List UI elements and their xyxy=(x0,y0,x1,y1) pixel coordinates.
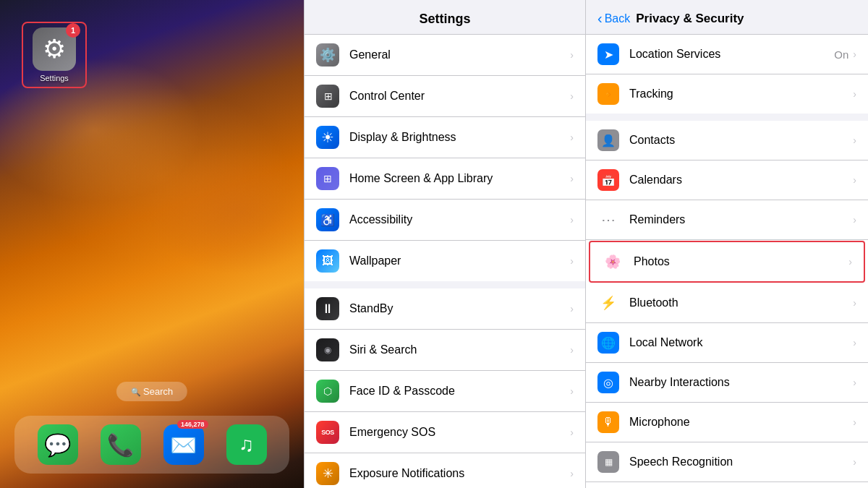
settings-item-display[interactable]: ☀ Display & Brightness › xyxy=(305,117,585,158)
settings-app-icon-container[interactable]: ⚙ 1 Settings xyxy=(22,22,87,88)
dock-phone-icon[interactable]: 📞 xyxy=(101,424,141,465)
settings-panel: Settings ⚙️ General › ⊞ Control Center ›… xyxy=(304,0,586,488)
privacy-title: Privacy & Security xyxy=(636,12,744,26)
nearby-interactions-icon: ◎ xyxy=(597,372,619,393)
display-label: Display & Brightness xyxy=(349,131,570,144)
bluetooth-chevron: › xyxy=(853,297,856,309)
privacy-item-photos[interactable]: 🌸 Photos › xyxy=(589,241,865,283)
privacy-item-local-network[interactable]: 🌐 Local Network › xyxy=(586,323,868,363)
calendars-icon: 📅 xyxy=(597,169,619,191)
tracking-chevron: › xyxy=(853,88,856,100)
settings-section-2: ⏸ StandBy › ◉ Siri & Search › ⬡ Face ID … xyxy=(305,288,585,488)
home-screen-icon: ⊞ xyxy=(316,167,339,190)
dock-spotify-icon[interactable]: ♫ xyxy=(226,424,267,465)
privacy-item-bluetooth[interactable]: ⚡ Bluetooth › xyxy=(586,283,868,323)
messages-icon: 💬 xyxy=(44,432,71,458)
bluetooth-icon: ⚡ xyxy=(597,292,619,314)
back-button[interactable]: ‹ Back xyxy=(597,10,630,27)
privacy-item-reminders[interactable]: ⋯ Reminders › xyxy=(586,200,868,240)
settings-item-general[interactable]: ⚙️ General › xyxy=(305,35,585,76)
reminders-icon: ⋯ xyxy=(597,209,619,231)
settings-item-accessibility[interactable]: ♿ Accessibility › xyxy=(305,200,585,241)
settings-badge: 1 xyxy=(66,23,80,38)
settings-item-home-screen[interactable]: ⊞ Home Screen & App Library › xyxy=(305,158,585,200)
microphone-label: Microphone xyxy=(629,416,853,429)
local-network-chevron: › xyxy=(853,337,856,348)
search-bar[interactable]: Search xyxy=(116,382,187,401)
privacy-item-nearby[interactable]: ◎ Nearby Interactions › xyxy=(586,363,868,403)
privacy-item-location[interactable]: ➤ Location Services On › xyxy=(586,35,868,74)
standby-label: StandBy xyxy=(349,302,570,315)
privacy-item-camera[interactable]: 📷 Camera › xyxy=(586,482,868,488)
location-services-icon: ➤ xyxy=(597,43,619,65)
back-chevron-icon: ‹ xyxy=(597,10,603,27)
faceid-icon: ⬡ xyxy=(316,380,339,403)
standby-icon: ⏸ xyxy=(316,297,339,320)
faceid-label: Face ID & Passcode xyxy=(349,385,570,398)
settings-item-exposure[interactable]: ✳ Exposure Notifications › xyxy=(305,453,585,488)
calendars-label: Calendars xyxy=(629,174,853,187)
wallpaper-icon: 🖼 xyxy=(316,249,339,273)
privacy-item-speech[interactable]: ▦ Speech Recognition › xyxy=(586,442,868,482)
settings-title: Settings xyxy=(419,12,470,26)
contacts-chevron: › xyxy=(853,134,856,146)
settings-item-control-center[interactable]: ⊞ Control Center › xyxy=(305,76,585,117)
app-dock: 💬 📞 ✉️ 146,278 ♫ xyxy=(14,416,289,474)
control-center-icon: ⊞ xyxy=(316,85,339,108)
dock-mail-icon[interactable]: ✉️ 146,278 xyxy=(163,424,204,465)
cloud-decoration-3 xyxy=(36,87,289,267)
display-icon: ☀ xyxy=(316,126,339,149)
siri-label: Siri & Search xyxy=(349,343,570,356)
exposure-chevron: › xyxy=(570,468,574,479)
settings-item-standby[interactable]: ⏸ StandBy › xyxy=(305,288,585,330)
settings-item-faceid[interactable]: ⬡ Face ID & Passcode › xyxy=(305,371,585,412)
home-screen-label: Home Screen & App Library xyxy=(349,172,570,185)
siri-icon: ◉ xyxy=(316,338,339,361)
accessibility-chevron: › xyxy=(570,214,574,226)
location-services-value: On xyxy=(834,48,848,61)
siri-chevron: › xyxy=(570,344,574,356)
privacy-section-1: ➤ Location Services On › 🔸 Tracking › xyxy=(586,35,868,114)
general-label: General xyxy=(349,48,570,61)
settings-section-1: ⚙️ General › ⊞ Control Center › ☀ Displa… xyxy=(305,35,585,281)
speech-recognition-label: Speech Recognition xyxy=(629,455,853,468)
dock-messages-icon[interactable]: 💬 xyxy=(38,424,78,465)
wallpaper-chevron: › xyxy=(570,255,574,267)
local-network-icon: 🌐 xyxy=(597,332,619,354)
gear-icon: ⚙ xyxy=(43,34,66,64)
back-label: Back xyxy=(605,12,631,25)
settings-item-siri[interactable]: ◉ Siri & Search › xyxy=(305,330,585,371)
general-icon: ⚙️ xyxy=(316,43,339,67)
settings-item-wallpaper[interactable]: 🖼 Wallpaper › xyxy=(305,241,585,281)
nearby-interactions-chevron: › xyxy=(853,377,856,388)
emergency-sos-icon: SOS xyxy=(316,421,339,444)
phone-home-screen: ⚙ 1 Settings Search 💬 📞 ✉️ 146,278 ♫ xyxy=(0,0,304,488)
emergency-sos-chevron: › xyxy=(570,427,574,438)
mail-icon: ✉️ xyxy=(170,432,197,458)
reminders-chevron: › xyxy=(853,214,856,226)
tracking-icon: 🔸 xyxy=(597,83,619,105)
wallpaper-label: Wallpaper xyxy=(349,254,570,267)
contacts-label: Contacts xyxy=(629,134,853,147)
general-chevron: › xyxy=(570,49,574,61)
settings-item-emergency-sos[interactable]: SOS Emergency SOS › xyxy=(305,412,585,453)
privacy-divider-1 xyxy=(586,114,868,121)
privacy-item-tracking[interactable]: 🔸 Tracking › xyxy=(586,74,868,114)
standby-chevron: › xyxy=(570,303,574,314)
gap-1 xyxy=(305,281,585,288)
mail-badge: 146,278 xyxy=(177,420,208,429)
exposure-icon: ✳ xyxy=(316,462,339,485)
accessibility-icon: ♿ xyxy=(316,208,339,231)
photos-icon: 🌸 xyxy=(602,251,624,273)
privacy-item-calendars[interactable]: 📅 Calendars › xyxy=(586,160,868,200)
privacy-panel: ‹ Back Privacy & Security ➤ Location Ser… xyxy=(586,0,868,488)
calendars-chevron: › xyxy=(853,174,856,186)
privacy-item-contacts[interactable]: 👤 Contacts › xyxy=(586,121,868,160)
contacts-icon: 👤 xyxy=(597,129,619,151)
display-chevron: › xyxy=(570,132,574,143)
speech-recognition-chevron: › xyxy=(853,456,856,468)
settings-icon-label: Settings xyxy=(27,74,81,82)
bluetooth-label: Bluetooth xyxy=(629,296,853,309)
nearby-interactions-label: Nearby Interactions xyxy=(629,376,853,389)
privacy-item-microphone[interactable]: 🎙 Microphone › xyxy=(586,403,868,442)
